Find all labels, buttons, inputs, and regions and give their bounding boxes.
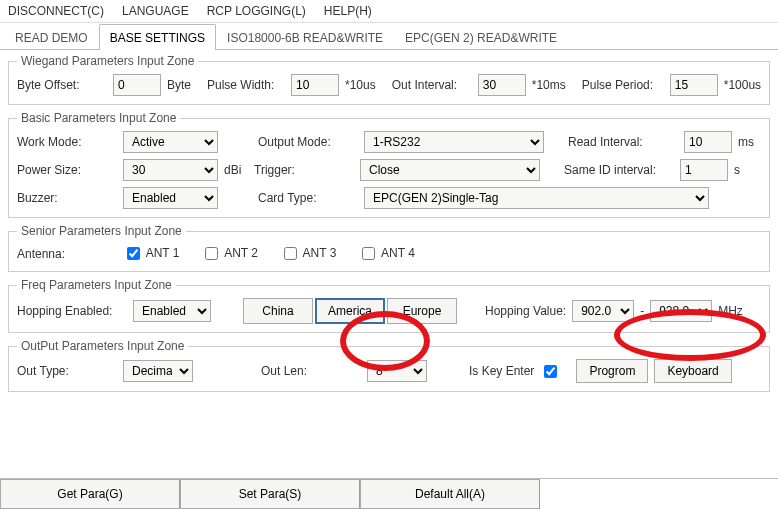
menu-rcp-logging[interactable]: RCP LOGGING(L) bbox=[207, 4, 306, 18]
outinterval-input[interactable] bbox=[478, 74, 526, 96]
region-america-button[interactable]: America bbox=[315, 298, 385, 324]
ant2-checkbox[interactable]: ANT 2 bbox=[201, 244, 257, 263]
outinterval-label: Out Interval: bbox=[392, 78, 472, 92]
byteoffset-unit: Byte bbox=[167, 78, 191, 92]
cardtype-select[interactable]: EPC(GEN 2)Single-Tag bbox=[364, 187, 709, 209]
tab-read-demo[interactable]: READ DEMO bbox=[4, 24, 99, 50]
readinterval-unit: ms bbox=[738, 135, 754, 149]
program-button[interactable]: Progrom bbox=[576, 359, 648, 383]
pulsewidth-label: Pulse Width: bbox=[207, 78, 285, 92]
menu-help[interactable]: HELP(H) bbox=[324, 4, 372, 18]
antenna-label: Antenna: bbox=[17, 247, 117, 261]
hopping-dash: - bbox=[640, 304, 644, 318]
readinterval-label: Read Interval: bbox=[568, 135, 678, 149]
iskeyenter-label: Is Key Enter bbox=[469, 364, 534, 378]
output-zone: OutPut Parameters Input Zone Out Type: D… bbox=[8, 339, 770, 392]
workmode-label: Work Mode: bbox=[17, 135, 117, 149]
tab-base-settings[interactable]: BASE SETTINGS bbox=[99, 24, 216, 50]
buzzer-select[interactable]: Enabled bbox=[123, 187, 218, 209]
sameid-unit: s bbox=[734, 163, 740, 177]
outlen-label: Out Len: bbox=[261, 364, 361, 378]
outlen-select[interactable]: 8 bbox=[367, 360, 427, 382]
freq-zone: Freq Parameters Input Zone Hopping Enabl… bbox=[8, 278, 770, 333]
hopping-to-select[interactable]: 928.0 bbox=[650, 300, 712, 322]
outputmode-label: Output Mode: bbox=[258, 135, 358, 149]
trigger-select[interactable]: Close bbox=[360, 159, 540, 181]
keyboard-button[interactable]: Keyboard bbox=[654, 359, 731, 383]
cardtype-label: Card Type: bbox=[258, 191, 358, 205]
outputmode-select[interactable]: 1-RS232 bbox=[364, 131, 544, 153]
outtype-label: Out Type: bbox=[17, 364, 117, 378]
wiegand-legend: Wiegand Parameters Input Zone bbox=[17, 54, 198, 68]
basic-zone: Basic Parameters Input Zone Work Mode: A… bbox=[8, 111, 770, 218]
byteoffset-label: Byte Offset: bbox=[17, 78, 107, 92]
outinterval-unit: *10ms bbox=[532, 78, 566, 92]
trigger-label: Trigger: bbox=[254, 163, 354, 177]
ant1-checkbox[interactable]: ANT 1 bbox=[123, 244, 179, 263]
pulsewidth-input[interactable] bbox=[291, 74, 339, 96]
sameid-input[interactable] bbox=[680, 159, 728, 181]
powersize-select[interactable]: 30 bbox=[123, 159, 218, 181]
workmode-select[interactable]: Active bbox=[123, 131, 218, 153]
output-legend: OutPut Parameters Input Zone bbox=[17, 339, 188, 353]
tab-iso18000[interactable]: ISO18000-6B READ&WRITE bbox=[216, 24, 394, 50]
sameid-label: Same ID interval: bbox=[564, 163, 674, 177]
hopping-from-select[interactable]: 902.0 bbox=[572, 300, 634, 322]
content-area: Wiegand Parameters Input Zone Byte Offse… bbox=[0, 50, 778, 478]
pulseperiod-input[interactable] bbox=[670, 74, 718, 96]
default-all-button[interactable]: Default All(A) bbox=[360, 479, 540, 509]
powersize-unit: dBi bbox=[224, 163, 248, 177]
hopping-enabled-label: Hopping Enabled: bbox=[17, 304, 127, 318]
pulseperiod-label: Pulse Period: bbox=[582, 78, 664, 92]
iskeyenter-checkbox[interactable] bbox=[544, 365, 557, 378]
tab-epc-gen2[interactable]: EPC(GEN 2) READ&WRITE bbox=[394, 24, 568, 50]
buzzer-label: Buzzer: bbox=[17, 191, 117, 205]
pulsewidth-unit: *10us bbox=[345, 78, 376, 92]
menu-disconnect[interactable]: DISCONNECT(C) bbox=[8, 4, 104, 18]
hopping-value-label: Hopping Value: bbox=[485, 304, 566, 318]
ant3-checkbox[interactable]: ANT 3 bbox=[280, 244, 336, 263]
wiegand-zone: Wiegand Parameters Input Zone Byte Offse… bbox=[8, 54, 770, 105]
set-para-button[interactable]: Set Para(S) bbox=[180, 479, 360, 509]
senior-zone: Senior Parameters Input Zone Antenna: AN… bbox=[8, 224, 770, 272]
region-china-button[interactable]: China bbox=[243, 298, 313, 324]
button-bar: Get Para(G) Set Para(S) Default All(A) bbox=[0, 478, 778, 509]
byteoffset-input[interactable] bbox=[113, 74, 161, 96]
outtype-select[interactable]: Decima bbox=[123, 360, 193, 382]
get-para-button[interactable]: Get Para(G) bbox=[0, 479, 180, 509]
freq-legend: Freq Parameters Input Zone bbox=[17, 278, 176, 292]
menu-language[interactable]: LANGUAGE bbox=[122, 4, 189, 18]
hopping-enabled-select[interactable]: Enabled bbox=[133, 300, 211, 322]
ant4-checkbox[interactable]: ANT 4 bbox=[358, 244, 414, 263]
menu-bar: DISCONNECT(C) LANGUAGE RCP LOGGING(L) HE… bbox=[0, 0, 778, 23]
pulseperiod-unit: *100us bbox=[724, 78, 761, 92]
hopping-unit: MHz bbox=[718, 304, 743, 318]
basic-legend: Basic Parameters Input Zone bbox=[17, 111, 180, 125]
tab-bar: READ DEMO BASE SETTINGS ISO18000-6B READ… bbox=[0, 23, 778, 50]
senior-legend: Senior Parameters Input Zone bbox=[17, 224, 186, 238]
powersize-label: Power Size: bbox=[17, 163, 117, 177]
region-europe-button[interactable]: Europe bbox=[387, 298, 457, 324]
readinterval-input[interactable] bbox=[684, 131, 732, 153]
